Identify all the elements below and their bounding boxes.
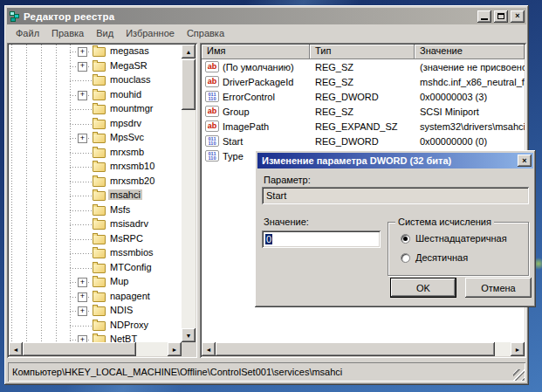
tree-item-label[interactable]: msahci	[108, 189, 142, 200]
minimize-button[interactable]	[477, 10, 491, 23]
tree-item-label[interactable]: mrxsmb	[108, 147, 146, 157]
tree-item[interactable]: NDIS	[9, 304, 182, 319]
tree-item-label[interactable]: Msfs	[108, 204, 132, 215]
expand-plus-icon[interactable]	[78, 62, 87, 72]
folder-icon	[93, 278, 106, 287]
tree-item[interactable]: megasas	[9, 45, 182, 59]
registry-value-row[interactable]: (По умолчанию) REG_SZ (значение не присв…	[202, 59, 525, 74]
expand-plus-icon[interactable]	[78, 292, 87, 302]
tree-item[interactable]: msahci	[9, 189, 182, 203]
tree-item-label[interactable]: NDProxy	[108, 320, 150, 330]
tree-item[interactable]: mrxsmb20	[9, 175, 182, 189]
tree-item[interactable]: mouhid	[9, 88, 182, 103]
folder-icon	[93, 162, 106, 172]
registry-path: Компьютер\HKEY_LOCAL_MACHINE\Offline\Con…	[12, 367, 342, 377]
scroll-right-icon[interactable]: ►	[168, 342, 182, 356]
tree-item[interactable]: MegaSR	[9, 59, 182, 74]
tree-item-label[interactable]: mouclass	[108, 74, 152, 85]
tree-item[interactable]: NDProxy	[9, 319, 182, 334]
resize-grip-icon[interactable]	[513, 369, 525, 381]
tree-item-label[interactable]: mpsdrv	[108, 118, 143, 128]
tree-item-label[interactable]: MsRPC	[108, 233, 145, 244]
radio-unchecked-icon[interactable]	[401, 253, 410, 263]
column-header-value[interactable]: Значение	[415, 45, 525, 59]
registry-value-row[interactable]: ImagePath REG_EXPAND_SZ system32\drivers…	[202, 119, 525, 134]
tree-item-label[interactable]: MpsSvc	[108, 132, 146, 142]
tree-item[interactable]: MsRPC	[9, 232, 182, 247]
tree-item[interactable]: Msfs	[9, 203, 182, 218]
scroll-up-icon[interactable]: ▲	[182, 45, 196, 58]
window-titlebar[interactable]: Редактор реестра ×	[7, 8, 526, 24]
radio-checked-icon[interactable]	[401, 234, 410, 244]
tree-item[interactable]: napagent	[9, 290, 182, 305]
tree-item[interactable]: MpsSvc	[9, 131, 182, 146]
value-type: REG_SZ	[310, 77, 415, 87]
tree-vertical-scrollbar[interactable]: ▲ ▼	[182, 45, 196, 342]
menu-favorites[interactable]: Избранное	[120, 27, 181, 39]
expand-plus-icon[interactable]	[78, 134, 87, 143]
tree-item-label[interactable]: MegaSR	[108, 60, 149, 71]
tree-item[interactable]: MTConfig	[9, 261, 182, 276]
tree-hscroll-thumb[interactable]	[23, 342, 136, 356]
expand-plus-icon[interactable]	[78, 278, 87, 287]
menu-view[interactable]: Вид	[90, 27, 120, 39]
tree-item[interactable]: mrxsmb10	[9, 160, 182, 175]
scroll-left-icon[interactable]: ◄	[9, 342, 23, 356]
list-hscroll-thumb[interactable]	[216, 342, 495, 356]
expand-plus-icon[interactable]	[78, 91, 87, 100]
maximize-button[interactable]	[494, 10, 508, 23]
tree-item[interactable]: mrxsmb	[9, 146, 182, 161]
tree-item-label[interactable]: megasas	[108, 45, 151, 56]
radix-groupbox: Система исчисления Шестнадцатеричная Дес…	[388, 222, 529, 276]
scroll-down-icon[interactable]: ▼	[182, 328, 196, 342]
tree-item[interactable]: mouclass	[9, 73, 182, 88]
tree-item[interactable]: mountmgr	[9, 102, 182, 117]
tree-item-label[interactable]: mountmgr	[108, 103, 155, 113]
registry-value-row[interactable]: DriverPackageId REG_SZ mshdc.inf_x86_neu…	[202, 74, 525, 89]
regedit-app-icon	[9, 10, 21, 23]
tree-item-label[interactable]: napagent	[108, 291, 152, 301]
cancel-button[interactable]: Отмена	[465, 278, 532, 298]
tree-item-label[interactable]: NetBT	[108, 334, 139, 342]
list-horizontal-scrollbar[interactable]: ◄ ►	[202, 342, 525, 356]
ok-button[interactable]: OK	[390, 278, 456, 298]
dialog-titlebar[interactable]: Изменение параметра DWORD (32 бита) ×	[257, 153, 533, 168]
tree-item-label[interactable]: mouhid	[108, 89, 143, 100]
expand-plus-icon[interactable]	[78, 47, 87, 57]
dialog-close-button[interactable]: ×	[518, 155, 532, 167]
scroll-right-icon[interactable]: ►	[511, 342, 525, 356]
expand-plus-icon[interactable]	[78, 335, 87, 342]
value-input[interactable]: 0	[262, 230, 381, 248]
tree-item-label[interactable]: MTConfig	[108, 262, 154, 272]
registry-value-row[interactable]: Group REG_SZ SCSI Miniport	[202, 104, 525, 119]
folder-icon	[93, 177, 106, 187]
menu-help[interactable]: Справка	[181, 27, 230, 39]
registry-value-row[interactable]: Start REG_DWORD 0x00000000 (0)	[202, 134, 525, 148]
tree-item[interactable]: mssmbios	[9, 246, 182, 261]
registry-value-row[interactable]: ErrorControl REG_DWORD 0x00000003 (3)	[202, 89, 525, 104]
radio-hexadecimal[interactable]: Шестнадцатеричная	[401, 233, 507, 244]
menu-file[interactable]: Файл	[10, 27, 45, 39]
column-header-type[interactable]: Тип	[310, 45, 415, 59]
tree-vscroll-thumb[interactable]	[182, 59, 196, 110]
reg-dword-icon	[205, 91, 219, 102]
radio-decimal[interactable]: Десятичная	[401, 252, 468, 263]
tree-item[interactable]: mpsdrv	[9, 117, 182, 132]
tree-item-label[interactable]: mssmbios	[108, 247, 155, 258]
close-button[interactable]: ×	[511, 10, 525, 23]
tree-item-label[interactable]: mrxsmb10	[108, 161, 156, 171]
tree-horizontal-scrollbar[interactable]: ◄ ►	[9, 342, 182, 356]
tree-item[interactable]: Mup	[9, 275, 182, 290]
tree-item-label[interactable]: mrxsmb20	[108, 175, 156, 186]
folder-icon	[93, 191, 106, 201]
tree-item-label[interactable]: Mup	[108, 276, 130, 286]
tree-item[interactable]: NetBT	[9, 333, 182, 342]
expand-plus-icon[interactable]	[78, 306, 87, 316]
menu-edit[interactable]: Правка	[45, 27, 90, 39]
tree-item-label[interactable]: NDIS	[108, 305, 134, 315]
scroll-left-icon[interactable]: ◄	[202, 342, 216, 356]
tree-item[interactable]: msisadrv	[9, 217, 182, 232]
window-title: Редактор реестра	[24, 11, 475, 22]
column-header-name[interactable]: Имя	[202, 45, 310, 59]
tree-item-label[interactable]: msisadrv	[108, 218, 150, 229]
